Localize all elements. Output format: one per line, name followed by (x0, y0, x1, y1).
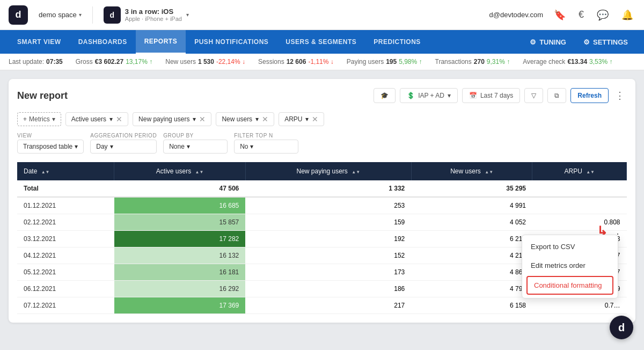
edit-metrics-item[interactable]: Edit metrics order (522, 256, 618, 275)
copy-icon: ⧉ (554, 92, 559, 99)
stat-change: 9,31% (487, 58, 510, 65)
main-nav: SMART VIEW DASHBOARDS REPORTS PUSH NOTIF… (0, 30, 644, 54)
filter-btn[interactable]: ▽ (524, 88, 543, 103)
active-users-cell: 16 685 (114, 197, 245, 214)
user-email: d@devtodev.com (489, 11, 543, 19)
col-header-date[interactable]: Date ▲▼ (17, 162, 114, 180)
new-users-cell: 4 991 (411, 197, 532, 214)
metrics-chevron-icon: ▾ (52, 115, 55, 123)
bell-icon[interactable]: 🔔 (619, 7, 635, 23)
table-row-total: Total 47 506 1 332 35 295 (17, 180, 627, 197)
filter-top-dropdown[interactable]: No ▾ (234, 140, 298, 154)
sort-arrows-icon: ▲▼ (195, 170, 204, 174)
new-users-cell: 4 867 (411, 264, 532, 281)
stat-gross: Gross €3 602.27 13,17% (76, 58, 152, 65)
app-platform: Apple · iPhone + iPad (125, 16, 182, 22)
workspace-selector[interactable]: demo space ▾ (34, 9, 86, 21)
total-new-paying-cell: 1 332 (245, 180, 411, 197)
nav-item-push[interactable]: PUSH NOTIFICATIONS (186, 30, 277, 54)
stat-value: 07:35 (46, 58, 63, 65)
new-paying-cell: 186 (245, 281, 411, 297)
aggregation-dropdown[interactable]: Day ▾ (90, 140, 157, 154)
new-users-cell: 4 795 (411, 281, 532, 297)
app-selector[interactable]: d 3 in a row: iOS Apple · iPhone + iPad … (99, 4, 193, 26)
aggregation-label: Aggregation period (90, 133, 157, 138)
nav-item-smart-view[interactable]: SMART VIEW (9, 30, 70, 54)
metric-tag-label: New paying users (138, 115, 189, 123)
date-range-label: Last 7 days (480, 92, 513, 99)
iap-chevron-icon: ▾ (448, 92, 451, 99)
table-header-row: Date ▲▼ Active users ▲▼ New paying users… (17, 162, 627, 180)
nav-item-predictions[interactable]: PREDICTIONS (365, 30, 429, 54)
currency-icon[interactable]: € (576, 7, 586, 23)
col-header-active-users[interactable]: Active users ▲▼ (114, 162, 245, 180)
nav-item-users[interactable]: USERS & SEGMENTS (277, 30, 365, 54)
nav-item-dashboards[interactable]: DASHBOARDS (70, 30, 136, 54)
tuning-icon: ⚙ (530, 38, 536, 46)
top-bar-right: d@devtodev.com 🔖 € 💬 🔔 (489, 7, 635, 23)
date-cell: 05.12.2021 (17, 264, 114, 281)
iap-icon: 💲 (407, 92, 415, 99)
metric-tag-new-users[interactable]: New users ▾ ✕ (216, 112, 274, 126)
bookmark-icon[interactable]: 🔖 (552, 7, 568, 23)
workspace-name: demo space (39, 11, 77, 19)
date-range-btn[interactable]: 📅 Last 7 days (462, 88, 520, 103)
report-header: New report 🎓 💲 IAP + AD ▾ 📅 Last 7 days … (17, 88, 627, 104)
col-header-new-paying[interactable]: New paying users ▲▼ (245, 162, 411, 180)
stat-label: Transactions (435, 58, 472, 65)
nav-item-reports[interactable]: REPORTS (136, 30, 186, 54)
report-actions: 🎓 💲 IAP + AD ▾ 📅 Last 7 days ▽ ⧉ (374, 88, 627, 104)
metric-tag-active-users[interactable]: Active users ▾ ✕ (65, 112, 128, 126)
group-dropdown[interactable]: None ▾ (163, 140, 228, 154)
nav-settings-btn[interactable]: ⚙ SETTINGS (576, 35, 635, 49)
refresh-btn[interactable]: Refresh (570, 88, 609, 103)
metric-tag-chevron-icon: ▾ (109, 115, 113, 123)
date-cell: 07.12.2021 (17, 297, 114, 314)
more-options-btn[interactable]: ⋮ (613, 88, 627, 104)
app-info: 3 in a row: iOS Apple · iPhone + iPad (125, 8, 182, 22)
metric-tag-label: ARPU (284, 115, 302, 123)
report-title: New report (17, 90, 374, 101)
active-users-cell: 15 857 (114, 214, 245, 231)
group-label: Group by (163, 133, 228, 138)
logo-letter: d (16, 9, 21, 20)
stat-label: Gross (76, 58, 93, 65)
conditional-formatting-item[interactable]: Conditional formatting (526, 276, 613, 295)
view-dropdown[interactable]: Transposed table ▾ (17, 140, 84, 154)
hat-icon-btn[interactable]: 🎓 (374, 88, 396, 103)
metric-tag-close-icon[interactable]: ✕ (116, 115, 122, 123)
metric-tag-close-icon[interactable]: ✕ (199, 115, 206, 123)
stat-label: Sessions (258, 58, 284, 65)
active-users-cell: 17 282 (114, 231, 245, 247)
nav-tuning-btn[interactable]: ⚙ TUNING (522, 35, 574, 49)
app-icon: d (104, 6, 121, 24)
metric-tag-close-icon[interactable]: ✕ (262, 115, 268, 123)
filter-top-value: No (240, 143, 248, 150)
col-header-new-users[interactable]: New users ▲▼ (411, 162, 532, 180)
iap-ad-btn[interactable]: 💲 IAP + AD ▾ (400, 88, 458, 103)
chat-icon[interactable]: 💬 (595, 7, 611, 23)
metric-tag-close-icon[interactable]: ✕ (312, 115, 318, 123)
new-paying-cell: 192 (245, 231, 411, 247)
stat-new-users: New users 1 530 -22,14% (165, 58, 245, 65)
active-users-cell: 16 181 (114, 264, 245, 281)
metric-tag-arpu[interactable]: ARPU ▾ ✕ (279, 112, 324, 126)
metric-tag-new-paying[interactable]: New paying users ▾ ✕ (133, 112, 211, 126)
aggregation-control: Aggregation period Day ▾ (90, 133, 157, 154)
stat-sessions: Sessions 12 606 -1,11% (258, 58, 334, 65)
stat-label: Average check (523, 58, 565, 65)
stat-avg-check: Average check €13.34 3,53% (523, 58, 612, 65)
table-row: 07.12.2021 17 369 217 6 158 0.7… (17, 297, 627, 314)
copy-btn[interactable]: ⧉ (547, 88, 566, 103)
aggregation-value: Day (96, 143, 107, 150)
app-chevron-icon: ▾ (186, 12, 189, 18)
metrics-row: + Metrics ▾ Active users ▾ ✕ New paying … (17, 112, 627, 126)
col-header-arpu[interactable]: ARPU ▲▼ (532, 162, 627, 180)
sort-arrows-icon: ▲▼ (485, 170, 493, 174)
new-paying-cell: 217 (245, 297, 411, 314)
add-metric-btn[interactable]: + Metrics ▾ (17, 112, 61, 126)
total-active-users-cell: 47 506 (114, 180, 245, 197)
export-csv-item[interactable]: Export to CSV (522, 237, 618, 256)
total-date-cell: Total (17, 180, 114, 197)
stat-change: -1,11% (308, 58, 333, 65)
